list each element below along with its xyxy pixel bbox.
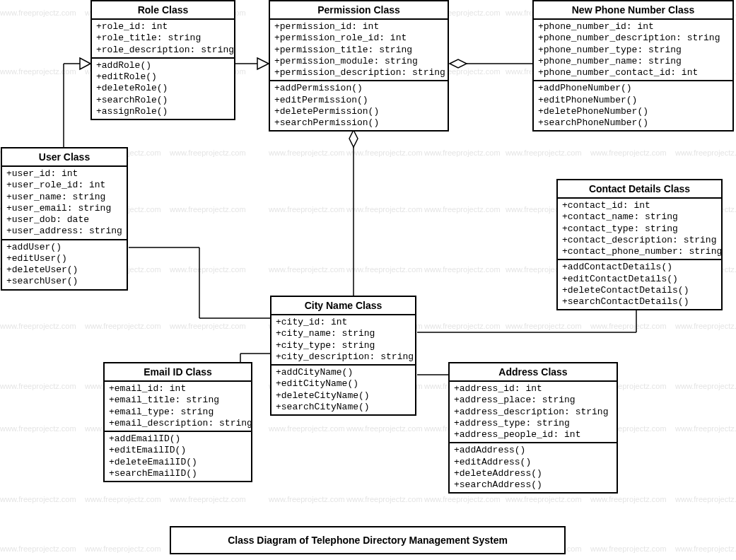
watermark-text: www.freeprojectz.com xyxy=(675,424,736,433)
watermark-text: www.freeprojectz.com xyxy=(0,8,76,17)
class-member: +addContactDetails() xyxy=(562,262,717,273)
class-member: +user_role_id: int xyxy=(6,180,122,191)
class-member: +permission_title: string xyxy=(274,45,443,56)
watermark-text: www.freeprojectz.com xyxy=(0,67,76,76)
class-member: +searchEmailID() xyxy=(109,468,247,479)
class-member: +city_description: string xyxy=(276,351,411,363)
class-member: +editPhoneNumber() xyxy=(538,95,728,106)
class-city-attrs: +city_id: int+city_name: string+city_typ… xyxy=(271,315,415,366)
class-member: +searchCityName() xyxy=(276,402,411,413)
watermark-text: www.freeprojectz.com xyxy=(170,148,246,157)
class-member: +contact_name: string xyxy=(562,211,717,223)
class-member: +addAddress() xyxy=(454,445,612,456)
class-email-attrs: +email_id: int+email_title: string+email… xyxy=(105,382,251,432)
watermark-text: www.freeprojectz.com xyxy=(590,495,667,503)
watermark-text: www.freeprojectz.com xyxy=(85,495,161,503)
class-member: +searchPermission() xyxy=(274,117,443,129)
watermark-text: www.freeprojectz.com xyxy=(590,544,667,553)
class-member: +phone_number_name: string xyxy=(538,56,728,67)
class-member: +permission_role_id: int xyxy=(274,33,443,44)
class-member: +role_description: string xyxy=(96,45,230,56)
watermark-text: www.freeprojectz.com xyxy=(424,322,501,330)
class-member: +address_type: string xyxy=(454,418,612,429)
watermark-text: www.freeprojectz.com xyxy=(0,544,76,553)
class-permission-title: Permission Class xyxy=(270,1,448,20)
class-member: +address_description: string xyxy=(454,407,612,418)
class-member: +deleteRole() xyxy=(96,83,230,94)
class-member: +deletePermission() xyxy=(274,106,443,117)
class-member: +phone_number_type: string xyxy=(538,45,728,56)
class-member: +editAddress() xyxy=(454,457,612,468)
class-user-ops: +addUser()+editUser()+deleteUser()+searc… xyxy=(2,240,127,289)
watermark-text: www.freeprojectz.com xyxy=(424,148,501,157)
class-permission-attrs: +permission_id: int+permission_role_id: … xyxy=(270,20,448,81)
class-member: +city_id: int xyxy=(276,317,411,328)
class-member: +editEmailID() xyxy=(109,445,247,456)
class-member: +deleteEmailID() xyxy=(109,457,247,468)
watermark-text: www.freeprojectz.com xyxy=(590,148,667,157)
watermark-text: www.freeprojectz.com xyxy=(675,148,736,157)
class-permission: Permission Class +permission_id: int+per… xyxy=(269,0,449,132)
watermark-text: www.freeprojectz.com xyxy=(346,495,423,503)
class-member: +contact_description: string xyxy=(562,235,717,246)
class-member: +permission_id: int xyxy=(274,21,443,33)
class-member: +email_type: string xyxy=(109,407,247,418)
class-member: +addEmailID() xyxy=(109,433,247,445)
class-member: +deleteAddress() xyxy=(454,468,612,479)
diagram-title: Class Diagram of Telephone Directory Man… xyxy=(170,526,566,554)
watermark-text: www.freeprojectz.com xyxy=(506,148,582,157)
class-address-attrs: +address_id: int+address_place: string+a… xyxy=(450,382,617,443)
class-member: +deleteUser() xyxy=(6,264,122,276)
class-member: +email_description: string xyxy=(109,418,247,429)
class-member: +addCityName() xyxy=(276,367,411,378)
class-member: +searchUser() xyxy=(6,276,122,287)
class-member: +city_type: string xyxy=(276,340,411,351)
watermark-text: www.freeprojectz.com xyxy=(170,322,246,330)
watermark-text: www.freeprojectz.com xyxy=(346,148,423,157)
watermark-text: www.freeprojectz.com xyxy=(0,382,76,390)
class-member: +phone_number_description: string xyxy=(538,33,728,44)
class-role: Role Class +role_id: int+role_title: str… xyxy=(90,0,235,120)
class-contact-ops: +addContactDetails()+editContactDetails(… xyxy=(558,260,721,309)
watermark-text: www.freeprojectz.com xyxy=(590,322,667,330)
class-role-ops: +addRole()+editRole()+deleteRole()+searc… xyxy=(92,59,234,119)
class-user: User Class +user_id: int+user_role_id: i… xyxy=(1,147,128,291)
svg-marker-4 xyxy=(450,59,467,68)
class-member: +user_address: string xyxy=(6,226,122,237)
class-city: City Name Class +city_id: int+city_name:… xyxy=(270,296,416,416)
class-member: +addRole() xyxy=(96,60,230,71)
watermark-text: www.freeprojectz.com xyxy=(269,205,345,214)
watermark-text: www.freeprojectz.com xyxy=(424,265,501,274)
class-address: Address Class +address_id: int+address_p… xyxy=(448,362,618,494)
class-address-ops: +addAddress()+editAddress()+deleteAddres… xyxy=(450,443,617,492)
class-member: +editRole() xyxy=(96,71,230,83)
class-phone: New Phone Number Class +phone_number_id:… xyxy=(532,0,734,132)
class-member: +email_title: string xyxy=(109,395,247,406)
watermark-text: www.freeprojectz.com xyxy=(675,322,736,330)
class-member: +addPermission() xyxy=(274,83,443,94)
class-role-title: Role Class xyxy=(92,1,234,20)
class-member: +searchPhoneNumber() xyxy=(538,117,728,129)
class-member: +permission_module: string xyxy=(274,56,443,67)
class-member: +deleteCityName() xyxy=(276,390,411,402)
watermark-text: www.freeprojectz.com xyxy=(424,205,501,214)
class-member: +contact_type: string xyxy=(562,223,717,235)
class-member: +city_name: string xyxy=(276,328,411,339)
watermark-text: www.freeprojectz.com xyxy=(346,424,423,433)
watermark-text: www.freeprojectz.com xyxy=(85,322,161,330)
class-member: +deletePhoneNumber() xyxy=(538,106,728,117)
watermark-text: www.freeprojectz.com xyxy=(346,265,423,274)
class-member: +editUser() xyxy=(6,253,122,264)
class-member: +editCityName() xyxy=(276,378,411,390)
class-email-title: Email ID Class xyxy=(105,363,251,382)
class-contact: Contact Details Class +contact_id: int+c… xyxy=(556,179,723,310)
class-member: +user_name: string xyxy=(6,192,122,203)
class-email: Email ID Class +email_id: int+email_titl… xyxy=(103,362,252,482)
class-contact-attrs: +contact_id: int+contact_name: string+co… xyxy=(558,199,721,260)
class-member: +deleteContactDetails() xyxy=(562,285,717,296)
class-member: +addPhoneNumber() xyxy=(538,83,728,94)
class-city-ops: +addCityName()+editCityName()+deleteCity… xyxy=(271,366,415,414)
class-phone-attrs: +phone_number_id: int+phone_number_descr… xyxy=(534,20,732,81)
watermark-text: www.freeprojectz.com xyxy=(170,495,246,503)
watermark-text: www.freeprojectz.com xyxy=(506,495,582,503)
